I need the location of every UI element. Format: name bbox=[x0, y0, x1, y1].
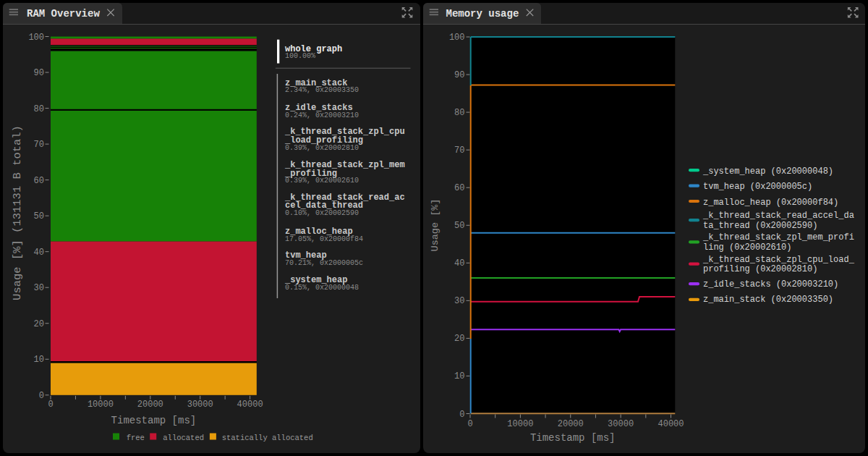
svg-text:30000: 30000 bbox=[608, 419, 634, 429]
svg-text:0.24%, 0x20003210: 0.24%, 0x20003210 bbox=[285, 111, 359, 119]
svg-text:20000: 20000 bbox=[558, 419, 584, 429]
svg-text:60: 60 bbox=[34, 176, 44, 186]
svg-text:_k_thread_stack_read_accel_da: _k_thread_stack_read_accel_da bbox=[702, 211, 854, 221]
svg-text:90: 90 bbox=[454, 70, 464, 80]
svg-text:0.39%, 0x20002610: 0.39%, 0x20002610 bbox=[285, 177, 359, 185]
svg-text:50: 50 bbox=[34, 211, 44, 221]
svg-text:profiling (0x20002810): profiling (0x20002810) bbox=[703, 264, 817, 274]
svg-text:z_main_stack (0x20003350): z_main_stack (0x20003350) bbox=[703, 295, 833, 305]
svg-text:100.00%: 100.00% bbox=[285, 52, 315, 60]
svg-text:100: 100 bbox=[28, 33, 44, 43]
svg-text:_k_thread_stack_zpl_cpu_load_: _k_thread_stack_zpl_cpu_load_ bbox=[702, 255, 855, 265]
svg-text:statically allocated: statically allocated bbox=[222, 434, 313, 442]
svg-text:20: 20 bbox=[34, 319, 44, 329]
svg-text:ling (0x20002610): ling (0x20002610) bbox=[703, 242, 791, 253]
svg-text:10: 10 bbox=[34, 355, 44, 365]
svg-text:10000: 10000 bbox=[507, 419, 533, 429]
svg-text:17.05%, 0x20000f84: 17.05%, 0x20000f84 bbox=[285, 235, 363, 243]
svg-text:30000: 30000 bbox=[187, 400, 213, 410]
svg-text:40000: 40000 bbox=[658, 419, 684, 429]
svg-text:70: 70 bbox=[34, 140, 44, 150]
svg-text:60: 60 bbox=[454, 183, 464, 193]
svg-text:0.10%, 0x20002590: 0.10%, 0x20002590 bbox=[285, 209, 359, 217]
svg-text:30: 30 bbox=[34, 283, 44, 293]
svg-text:free: free bbox=[127, 434, 145, 442]
svg-text:80: 80 bbox=[34, 104, 44, 114]
svg-text:50: 50 bbox=[454, 221, 464, 231]
svg-text:0.39%, 0x20002810: 0.39%, 0x20002810 bbox=[285, 144, 359, 152]
svg-text:10000: 10000 bbox=[88, 400, 114, 410]
svg-text:10: 10 bbox=[454, 371, 464, 381]
svg-text:_k_thread_stack_zpl_mem_profi: _k_thread_stack_zpl_mem_profi bbox=[702, 232, 854, 242]
svg-text:Timestamp [ms]: Timestamp [ms] bbox=[530, 432, 616, 444]
svg-text:80: 80 bbox=[454, 108, 464, 118]
svg-text:40000: 40000 bbox=[237, 400, 263, 410]
svg-text:90: 90 bbox=[34, 68, 44, 78]
svg-text:2.34%, 0x20003350: 2.34%, 0x20003350 bbox=[285, 86, 359, 94]
svg-text:100: 100 bbox=[449, 33, 465, 43]
svg-text:Usage [%] (131131 B total): Usage [%] (131131 B total) bbox=[11, 125, 24, 300]
svg-text:70: 70 bbox=[454, 145, 464, 156]
svg-text:ta_thread (0x20002590): ta_thread (0x20002590) bbox=[703, 221, 817, 231]
svg-text:40: 40 bbox=[34, 248, 44, 258]
svg-text:allocated: allocated bbox=[163, 434, 204, 442]
svg-text:Timestamp [ms]: Timestamp [ms] bbox=[111, 415, 197, 426]
svg-text:tvm_heap (0x2000005c): tvm_heap (0x2000005c) bbox=[703, 182, 812, 192]
svg-text:0: 0 bbox=[48, 400, 53, 410]
svg-text:70.21%, 0x2000005c: 70.21%, 0x2000005c bbox=[285, 259, 363, 267]
svg-text:0: 0 bbox=[467, 419, 472, 429]
svg-text:z_idle_stacks (0x20003210): z_idle_stacks (0x20003210) bbox=[703, 279, 838, 290]
svg-text:z_malloc_heap (0x20000f84): z_malloc_heap (0x20000f84) bbox=[703, 198, 838, 208]
svg-text:Usage [%]: Usage [%] bbox=[430, 199, 441, 252]
svg-text:0: 0 bbox=[39, 391, 44, 401]
svg-text:20: 20 bbox=[454, 334, 464, 344]
svg-text:30: 30 bbox=[454, 296, 464, 306]
svg-text:0.15%, 0x20000048: 0.15%, 0x20000048 bbox=[285, 284, 359, 292]
svg-text:0: 0 bbox=[459, 410, 464, 420]
svg-text:40: 40 bbox=[454, 258, 464, 269]
svg-text:20000: 20000 bbox=[137, 400, 163, 410]
svg-text:_system_heap (0x20000048): _system_heap (0x20000048) bbox=[702, 166, 833, 177]
